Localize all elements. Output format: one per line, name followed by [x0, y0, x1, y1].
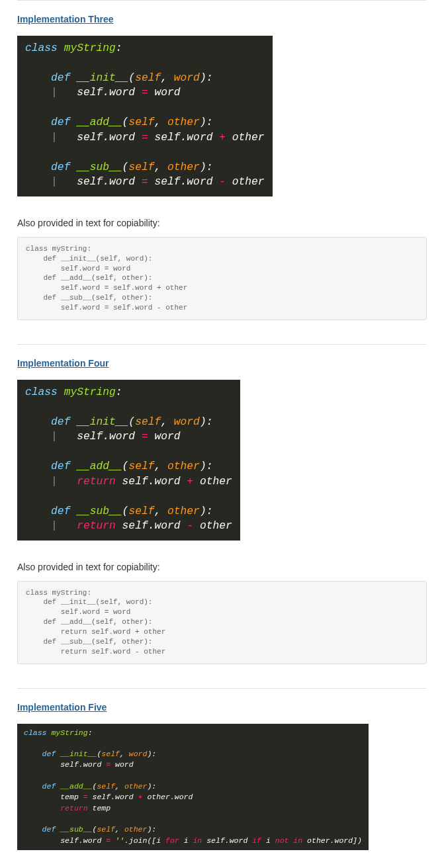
heading-impl-three: Implementation Three — [17, 13, 427, 26]
heading-impl-five: Implementation Five — [17, 701, 427, 715]
code-image-three: class myString: def __init__(self, word)… — [17, 36, 273, 196]
copy-code-four[interactable]: class myString: def __init__(self, word)… — [17, 581, 427, 664]
divider — [17, 688, 427, 689]
divider — [17, 0, 427, 1]
code-image-four: class myString: def __init__(self, word)… — [17, 380, 240, 541]
copy-code-three[interactable]: class myString: def __init__(self, word)… — [17, 237, 427, 320]
copy-label-three: Also provided in text for copiability: — [17, 216, 427, 230]
copy-label-four: Also provided in text for copiability: — [17, 560, 427, 574]
divider — [17, 344, 427, 345]
code-image-five: class myString: def __init__(self, word)… — [17, 724, 369, 851]
heading-impl-four: Implementation Four — [17, 357, 427, 370]
